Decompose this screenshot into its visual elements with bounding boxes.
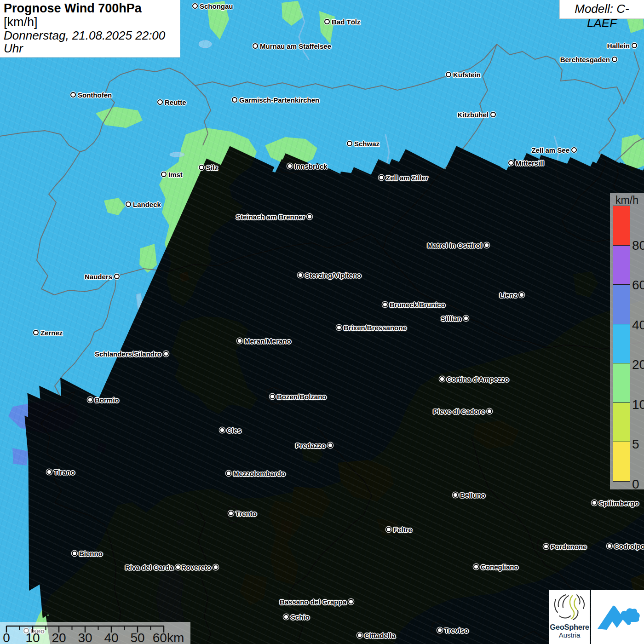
city-marker-icon — [607, 543, 612, 549]
legend-value-label: 0 — [632, 477, 639, 492]
city-label: Steinach am Brenner — [236, 213, 305, 221]
geosphere-logo-country: Austria — [549, 631, 590, 639]
city-marker-icon — [70, 92, 76, 98]
city-marker-icon — [270, 394, 275, 399]
scalebar-label: 60km — [153, 631, 184, 644]
city-label: Codroipo — [614, 542, 644, 550]
city-marker-icon — [592, 500, 597, 506]
city-label: Predazzo — [295, 442, 326, 449]
city-marker-icon — [490, 112, 496, 117]
city-marker-icon — [157, 99, 163, 105]
city-marker-icon — [192, 3, 198, 9]
city-label: Bad Tölz — [332, 18, 361, 26]
city-marker-icon — [382, 302, 388, 307]
city-marker-icon — [226, 471, 231, 476]
geosphere-logo-text: GeoSphere — [549, 623, 590, 631]
contour-lines-icon — [552, 592, 587, 621]
city-marker-icon — [161, 172, 167, 177]
city-label: Spilimbergo — [599, 499, 639, 507]
city-marker-icon — [543, 544, 549, 549]
city-label: Sonthofen — [78, 91, 112, 99]
city-marker-icon — [386, 527, 391, 532]
city-marker-icon — [357, 632, 362, 638]
city-marker-icon — [213, 564, 218, 570]
city-layer: SchongauBad TölzKemptenMurnau am Staffel… — [0, 0, 644, 644]
city-marker-icon — [571, 147, 577, 153]
legend-band-10 — [613, 363, 630, 403]
city-label: Matrei in Osttirol — [427, 242, 482, 249]
city-label: Zell am Ziller — [386, 174, 428, 182]
title-box: Prognose Wind 700hPa [km/h] Donnerstag, … — [0, 0, 180, 58]
map-title: Prognose Wind 700hPa [km/h] — [4, 1, 175, 29]
city-label: Schongau — [200, 2, 233, 10]
city-marker-icon — [437, 627, 443, 633]
city-label: Schio — [291, 613, 310, 621]
city-label: Zell am See — [531, 146, 569, 154]
model-label: Modell: C-LAEF — [559, 0, 644, 19]
legend-value-label: 80 — [632, 238, 644, 253]
map-title-unit: [km/h] — [4, 15, 38, 29]
city-label: Pieve di Cadore — [433, 408, 485, 415]
city-label: Tirano — [54, 468, 75, 476]
scalebar-label: 10 — [25, 631, 40, 644]
city-marker-icon — [487, 408, 492, 414]
city-marker-icon — [508, 160, 514, 166]
legend-value-label: 10 — [632, 397, 644, 412]
geosphere-logo: GeoSphere Austria — [549, 590, 590, 644]
city-marker-icon — [298, 272, 303, 278]
scalebar-label: 40 — [104, 631, 118, 644]
city-label: Bienno — [79, 550, 103, 558]
city-label: Bozen/Bolzano — [277, 393, 327, 401]
city-label: Pordenone — [551, 543, 586, 551]
scalebar-label: 0 — [3, 631, 10, 644]
city-marker-icon — [336, 325, 342, 330]
legend-color-scale — [613, 206, 630, 482]
weather-app-logo — [591, 590, 644, 644]
scalebar-label: 30 — [78, 631, 92, 644]
city-label: Belluno — [460, 491, 485, 499]
city-marker-icon — [175, 564, 181, 570]
legend-band-20 — [613, 324, 630, 364]
city-marker-icon — [287, 163, 293, 169]
city-marker-icon — [453, 492, 458, 498]
city-marker-icon — [237, 338, 242, 344]
city-label: Cortina d'Ampezzo — [447, 375, 509, 383]
legend-value-label: 40 — [632, 318, 644, 333]
city-marker-icon — [228, 511, 234, 516]
city-label: Murnau am Staffelsee — [260, 42, 331, 50]
legend-value-label: 60 — [632, 278, 644, 293]
city-marker-icon — [379, 175, 384, 180]
city-marker-icon — [219, 427, 225, 433]
city-marker-icon — [253, 43, 258, 49]
city-label: Treviso — [444, 627, 469, 634]
city-marker-icon — [519, 292, 524, 298]
city-marker-icon — [87, 397, 93, 402]
city-label: Kitzbühel — [458, 111, 489, 119]
legend-band-5 — [613, 402, 630, 443]
city-label: Zernez — [40, 329, 63, 337]
city-label: Hallein — [607, 42, 630, 50]
city-marker-icon — [163, 351, 169, 356]
wind-forecast-map: SchongauBad TölzKemptenMurnau am Staffel… — [0, 0, 644, 644]
legend-unit: km/h — [610, 194, 644, 207]
legend-band-0 — [613, 442, 630, 482]
city-label: Schwaz — [354, 140, 380, 148]
city-label: Mittersill — [516, 159, 544, 167]
city-label: Kufstein — [453, 71, 481, 79]
city-label: Rovereto — [181, 564, 211, 571]
city-label: Berchtesgaden — [560, 56, 610, 63]
scalebar-label: 50 — [130, 631, 144, 644]
city-label: Lienz — [500, 291, 517, 299]
legend-band-60 — [613, 245, 630, 285]
city-marker-icon — [114, 274, 120, 279]
city-label: Sterzing/Vipiteno — [305, 271, 361, 279]
city-marker-icon — [439, 376, 445, 382]
city-label: Brixen/Bressanone — [344, 324, 407, 332]
city-label: Sillian — [441, 315, 461, 322]
city-marker-icon — [612, 57, 617, 62]
legend-value-label: 5 — [632, 437, 639, 452]
city-marker-icon — [324, 19, 330, 24]
city-marker-icon — [473, 564, 479, 569]
city-label: Schlanders/Silandro — [95, 350, 161, 358]
legend-band-40 — [613, 284, 630, 324]
